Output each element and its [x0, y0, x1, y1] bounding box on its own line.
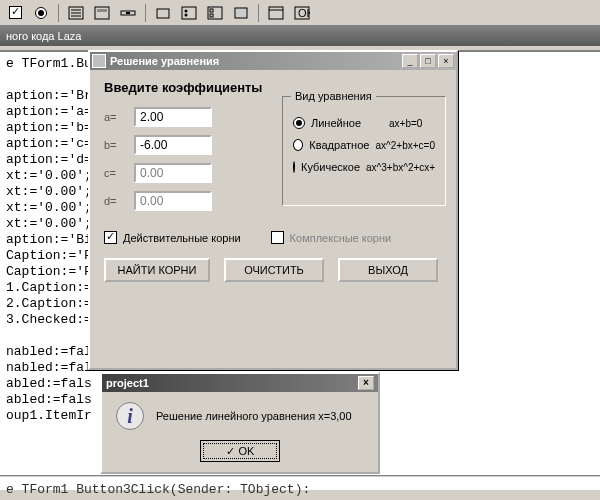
minimize-button[interactable]: _ [402, 54, 418, 68]
radio-label: Квадратное [309, 139, 369, 151]
code-bottom-line: e TForm1 Button3Click(Sender: TObject): [6, 482, 310, 497]
svg-rect-7 [126, 12, 130, 14]
check-icon [104, 231, 117, 244]
source-tab-strip: ного кода Laza [0, 26, 600, 46]
svg-rect-14 [210, 14, 213, 17]
svg-point-11 [185, 13, 188, 16]
label-d: d= [104, 195, 134, 207]
message-text: Решение линейного уравнения x=3,00 [156, 410, 352, 422]
toolbar-checkbox-checked[interactable] [4, 3, 26, 23]
toolbar-checkgroup-icon[interactable] [204, 3, 226, 23]
svg-rect-8 [157, 9, 169, 18]
radio-label: Кубическое [301, 161, 360, 173]
dialog-titlebar[interactable]: Решение уравнения _ □ × [90, 52, 456, 70]
code-separator [0, 475, 600, 478]
toolbar-panel-icon[interactable] [230, 3, 252, 23]
svg-point-10 [185, 9, 188, 12]
toolbar-radiogroup-icon[interactable] [178, 3, 200, 23]
radio-formula: ax^3+bx^2+cx+ [366, 162, 435, 173]
main-toolbar: OK [0, 0, 600, 26]
checkbox-real-roots[interactable]: Действительные корни [104, 231, 241, 244]
radio-icon [293, 117, 305, 129]
radio-квадратное[interactable]: Квадратноеax^2+bx+c=0 [293, 139, 435, 151]
checkmark-icon: ✓ [226, 445, 235, 458]
group-legend: Вид уравнения [291, 90, 376, 102]
svg-rect-16 [269, 7, 283, 19]
find-roots-button[interactable]: НАЙТИ КОРНИ [104, 258, 210, 282]
check-icon [271, 231, 284, 244]
svg-rect-13 [210, 9, 213, 12]
close-button[interactable]: × [438, 54, 454, 68]
message-title: project1 [106, 377, 149, 389]
equation-dialog: Решение уравнения _ □ × Введите коэффици… [88, 50, 458, 370]
label-a: a= [104, 111, 134, 123]
equation-type-group: Вид уравнения Линейноеax+b=0Квадратноеax… [282, 96, 446, 206]
input-a[interactable] [134, 107, 212, 127]
checkbox-complex-label: Комплексные корни [290, 232, 392, 244]
checkbox-complex-roots: Комплексные корни [271, 231, 392, 244]
toolbar-list-icon[interactable] [65, 3, 87, 23]
radio-label: Линейное [311, 117, 383, 129]
svg-rect-5 [97, 9, 107, 12]
ok-label: OK [239, 445, 255, 457]
svg-rect-4 [95, 7, 109, 19]
label-b: b= [104, 139, 134, 151]
input-b[interactable] [134, 135, 212, 155]
message-box: project1 × i Решение линейного уравнения… [100, 372, 380, 474]
ok-button[interactable]: ✓ OK [200, 440, 280, 462]
maximize-button[interactable]: □ [420, 54, 436, 68]
radio-formula: ax^2+bx+c=0 [376, 140, 435, 151]
message-close-button[interactable]: × [358, 376, 374, 390]
dialog-app-icon [92, 54, 106, 68]
dialog-title: Решение уравнения [110, 55, 400, 67]
radio-icon [293, 139, 303, 151]
info-icon: i [116, 402, 144, 430]
svg-rect-15 [235, 8, 247, 18]
clear-button[interactable]: ОЧИСТИТЬ [224, 258, 324, 282]
radio-кубическое[interactable]: Кубическоеax^3+bx^2+cx+ [293, 161, 435, 173]
svg-rect-9 [182, 7, 196, 19]
toolbar-scroll-icon[interactable] [117, 3, 139, 23]
radio-formula: ax+b=0 [389, 118, 422, 129]
toolbar-action-icon[interactable]: OK [291, 3, 313, 23]
checkbox-real-label: Действительные корни [123, 232, 241, 244]
toolbar-frame-icon[interactable] [265, 3, 287, 23]
svg-text:OK: OK [298, 7, 310, 19]
dialog-heading: Введите коэффициенты [104, 80, 442, 95]
radio-линейное[interactable]: Линейноеax+b=0 [293, 117, 435, 129]
label-c: c= [104, 167, 134, 179]
message-titlebar[interactable]: project1 × [102, 374, 378, 392]
radio-icon [293, 161, 295, 173]
input-d [134, 191, 212, 211]
toolbar-group-icon[interactable] [152, 3, 174, 23]
toolbar-radio[interactable] [30, 3, 52, 23]
exit-button[interactable]: ВЫХОД [338, 258, 438, 282]
input-c [134, 163, 212, 183]
toolbar-form-icon[interactable] [91, 3, 113, 23]
